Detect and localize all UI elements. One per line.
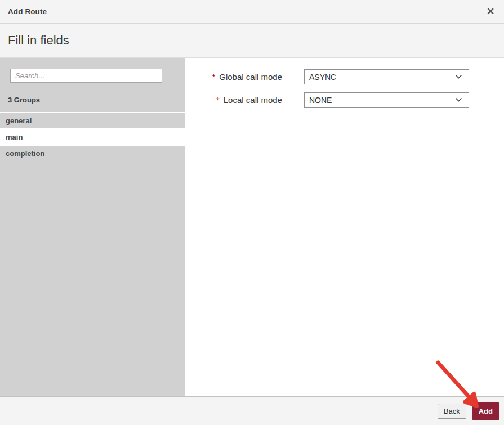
group-item-label: completion [6,149,44,158]
group-list: general main completion [0,112,185,161]
chevron-down-icon [455,97,462,102]
field-label: *Local call mode [185,95,282,105]
local-call-mode-select[interactable]: NONE [304,92,469,108]
groups-sidebar: 3 Groups general main completion [0,58,185,396]
search-input[interactable] [10,69,162,83]
dialog-body: 3 Groups general main completion *Global… [0,58,504,396]
select-value: ASYNC [309,73,336,82]
global-call-mode-select[interactable]: ASYNC [304,69,469,84]
group-item-label: main [6,133,23,141]
field-row-global-call-mode: *Global call mode ASYNC [185,69,504,84]
select-value: NONE [309,96,332,105]
close-button[interactable]: ✕ [484,6,497,18]
field-label: *Global call mode [185,72,282,82]
heading-band: Fill in fields [0,24,504,58]
dialog-footer: Back Add [0,396,504,425]
back-button[interactable]: Back [438,404,466,419]
sidebar-item-general[interactable]: general [0,112,185,128]
sidebar-item-completion[interactable]: completion [0,145,185,161]
groups-count-label: 3 Groups [8,96,185,104]
required-marker: * [212,72,215,82]
add-route-dialog: Add Route ✕ Fill in fields 3 Groups gene… [0,0,504,425]
required-marker: * [216,95,220,105]
add-button[interactable]: Add [472,402,499,420]
close-icon: ✕ [487,6,494,17]
field-label-text: Local call mode [224,95,282,105]
field-label-text: Global call mode [219,72,282,82]
chevron-down-icon [455,74,462,79]
form-content: *Global call mode ASYNC *Local call mode… [185,58,504,396]
dialog-title: Add Route [8,7,47,16]
field-row-local-call-mode: *Local call mode NONE [185,92,504,108]
page-title: Fill in fields [8,33,69,48]
group-item-label: general [6,117,32,125]
sidebar-item-main[interactable]: main [0,128,185,145]
dialog-titlebar: Add Route ✕ [0,0,504,24]
